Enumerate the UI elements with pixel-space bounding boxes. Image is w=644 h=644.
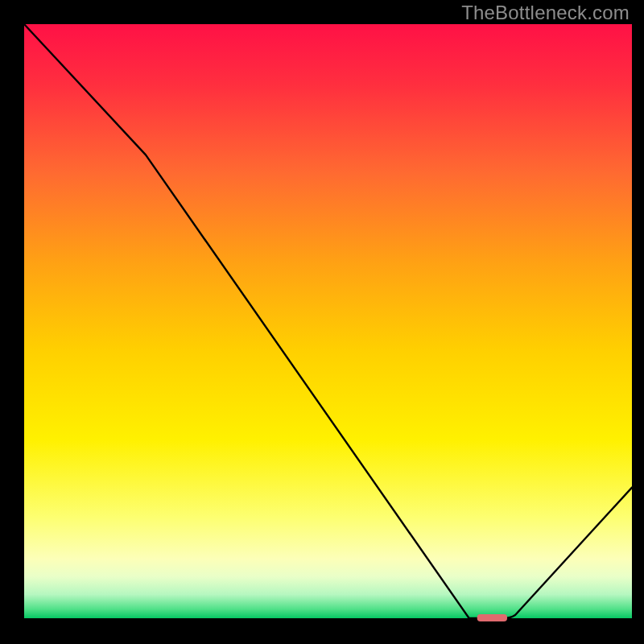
bottleneck-chart bbox=[0, 0, 644, 644]
watermark-text: TheBottleneck.com bbox=[461, 2, 630, 24]
plot-background bbox=[24, 24, 632, 618]
chart-container: TheBottleneck.com bbox=[0, 0, 644, 644]
optimal-marker bbox=[477, 614, 507, 621]
